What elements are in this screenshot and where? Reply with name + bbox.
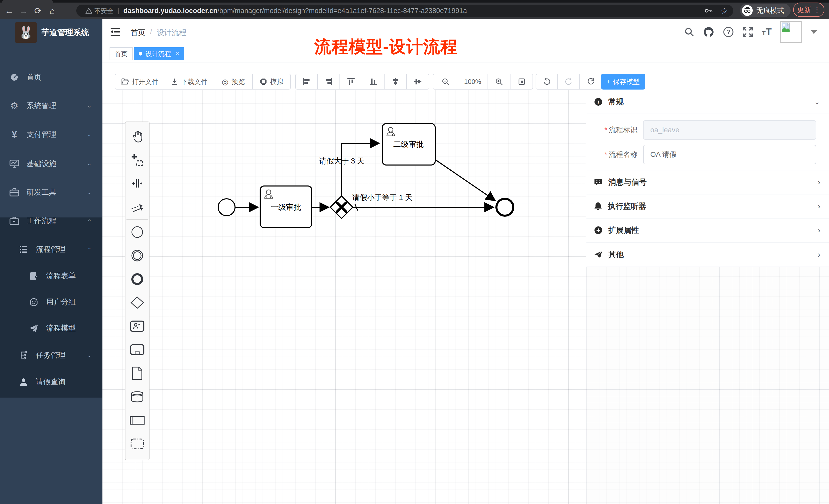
align-bottom-icon — [369, 78, 377, 86]
browser-menu-dots-icon[interactable]: ⋮ — [814, 6, 821, 14]
sidebar-item-task-mgmt[interactable]: 任务管理 ⌄ — [0, 343, 102, 368]
section-extended-attrs[interactable]: 扩展属性 › — [586, 219, 829, 242]
align-left-button[interactable] — [296, 74, 318, 89]
sidebar-item-devtools[interactable]: 研发工具 ⌄ — [0, 180, 102, 205]
broken-image-icon — [781, 22, 792, 33]
save-model-button[interactable]: + 保存模型 — [601, 74, 645, 89]
user-menu-caret-icon[interactable] — [810, 30, 817, 34]
user-task-level1[interactable]: 一级审批 — [260, 186, 312, 228]
download-file-button[interactable]: 下载文件 — [165, 74, 214, 89]
breadcrumb-root[interactable]: 首页 — [131, 28, 145, 38]
start-event[interactable] — [218, 199, 235, 216]
zoom-button-group: 100% — [433, 74, 533, 89]
align-center-button[interactable] — [385, 74, 407, 89]
sidebar-collapse-icon[interactable] — [110, 26, 121, 38]
flow-label-le1[interactable]: 请假小于等于 1 天 — [352, 193, 412, 202]
align-middle-button[interactable] — [407, 74, 429, 89]
process-name-input[interactable] — [643, 145, 816, 164]
zoom-in-button[interactable] — [488, 74, 511, 89]
align-top-icon — [347, 78, 355, 86]
sidebar-item-process-mgmt[interactable]: 流程管理 ⌄ — [0, 237, 102, 262]
flow-task2-to-end[interactable] — [435, 160, 495, 201]
restart-button[interactable] — [580, 74, 602, 89]
undo-button[interactable] — [536, 74, 558, 89]
help-icon[interactable]: ? — [723, 27, 734, 37]
app-logo-row[interactable]: 🐰 芋道管理系统 — [0, 21, 102, 44]
section-other[interactable]: 其他 › — [586, 242, 829, 267]
avatar[interactable] — [780, 21, 802, 43]
annotation-title: 流程模型-设计流程 — [314, 35, 458, 58]
section-message-signal[interactable]: 消息与信号 › — [586, 170, 829, 194]
redo-button[interactable] — [558, 74, 580, 89]
process-key-input[interactable] — [643, 120, 816, 140]
section-execution-listener[interactable]: 执行监听器 › — [586, 194, 829, 219]
bookmark-star-icon[interactable]: ☆ — [720, 6, 728, 16]
save-label: 保存模型 — [613, 77, 640, 86]
sidebar-item-leave-query[interactable]: 请假查询 — [0, 370, 102, 394]
form-icon — [29, 272, 39, 280]
sidebar-item-process-model[interactable]: 流程模型 — [0, 316, 102, 341]
align-bottom-button[interactable] — [362, 74, 385, 89]
sidebar-item-user-group[interactable]: 用户分组 — [0, 289, 102, 315]
font-size-icon[interactable]: TT — [762, 27, 772, 38]
back-icon[interactable]: ← — [4, 6, 14, 16]
general-fields: *流程标识 *流程名称 — [586, 114, 829, 170]
open-file-button[interactable]: 打开文件 — [115, 74, 165, 89]
message-icon — [594, 178, 603, 186]
zoom-reset-button[interactable] — [511, 74, 533, 89]
dashboard-icon — [9, 73, 20, 82]
section-title: 消息与信号 — [608, 177, 647, 188]
simulate-button[interactable]: 模拟 — [253, 74, 290, 89]
sidebar-item-payment[interactable]: ¥ 支付管理 ⌄ — [0, 122, 102, 147]
align-center-vertical-icon — [392, 78, 400, 86]
preview-button[interactable]: ◎ 预览 — [214, 74, 253, 89]
home-icon[interactable]: ⌂ — [47, 6, 57, 16]
search-icon[interactable] — [684, 27, 694, 37]
sidebar-item-process-form[interactable]: 流程表单 — [0, 264, 102, 288]
tab-design-process[interactable]: 设计流程 × — [134, 47, 184, 60]
tab-home[interactable]: 首页 — [110, 47, 133, 60]
exclusive-gateway[interactable] — [330, 196, 353, 219]
app-title: 芋道管理系统 — [41, 27, 89, 38]
end-event[interactable] — [497, 199, 513, 216]
align-right-button[interactable] — [318, 74, 340, 89]
forward-icon[interactable]: → — [19, 6, 29, 16]
section-general[interactable]: i 常规 ⌄ — [586, 90, 829, 114]
sidebar-item-label: 首页 — [27, 72, 41, 82]
address-bar[interactable]: 不安全 | dashboard.yudao.iocoder.cn/bpm/man… — [76, 5, 733, 17]
flow-gateway-to-task2[interactable] — [341, 143, 379, 196]
browser-update-button[interactable]: 更新 ⋮ — [793, 3, 824, 17]
align-middle-horizontal-icon — [414, 78, 422, 86]
sidebar-item-workflow[interactable]: 工作流程 ⌄ — [0, 208, 102, 234]
monitor-icon — [9, 159, 20, 168]
sidebar-item-home[interactable]: 首页 — [0, 65, 102, 90]
tab-close-icon[interactable]: × — [176, 50, 179, 57]
sidebar-item-label: 流程管理 — [36, 244, 66, 255]
browser-active-tab[interactable] — [2, 0, 53, 3]
reload-icon[interactable]: ⟳ — [33, 6, 43, 16]
breadcrumb: 首页 / 设计流程 — [131, 28, 186, 38]
incognito-badge: 无痕模式 — [740, 4, 791, 17]
flow-label-gt3[interactable]: 请假大于 3 天 — [319, 157, 364, 165]
warning-triangle-icon — [85, 8, 92, 14]
app-navbar: 首页 / 设计流程 ? TT — [102, 19, 829, 45]
required-asterisk: * — [605, 126, 607, 134]
security-status[interactable]: 不安全 — [85, 7, 113, 15]
sidebar: 🐰 芋道管理系统 首页 ⚙ 系统管理 ⌄ ¥ 支付管理 ⌄ 基础设施 ⌄ 研发工… — [0, 19, 102, 504]
tab-label: 首页 — [115, 50, 128, 58]
chevron-right-icon: › — [818, 226, 820, 235]
info-icon: i — [594, 98, 603, 106]
sidebar-item-infra[interactable]: 基础设施 ⌄ — [0, 151, 102, 177]
fullscreen-icon[interactable] — [743, 27, 753, 37]
align-left-icon — [302, 78, 311, 86]
align-top-button[interactable] — [340, 74, 362, 89]
sidebar-item-label: 流程表单 — [46, 271, 76, 281]
github-icon[interactable] — [703, 26, 714, 38]
zoom-level: 100% — [458, 74, 488, 89]
user-task-level2[interactable]: 二级审批 — [382, 124, 435, 165]
password-key-icon[interactable] — [705, 8, 713, 14]
sidebar-item-system[interactable]: ⚙ 系统管理 ⌄ — [0, 93, 102, 119]
breadcrumb-separator: / — [150, 28, 152, 38]
zoom-out-button[interactable] — [433, 74, 458, 89]
align-button-group — [295, 74, 429, 89]
